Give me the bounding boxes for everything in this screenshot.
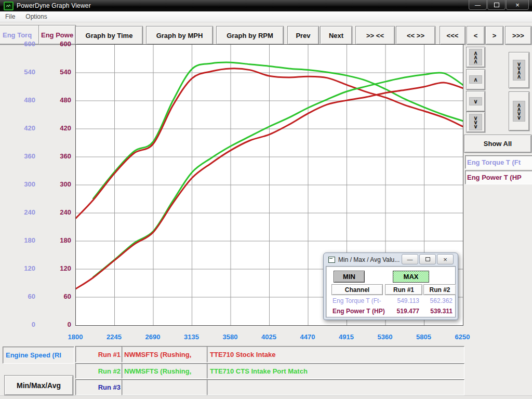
maximize-icon <box>494 3 499 7</box>
rpm-tick-label: 1800 <box>60 333 91 341</box>
collapse-vertical-button[interactable]: ∨∨∧∧ <box>509 52 529 88</box>
minimize-button[interactable]: — <box>469 0 487 10</box>
graph-by-mph-button[interactable]: Graph by MPH <box>146 26 213 45</box>
curve-run-2-eng-power-hp- <box>94 73 463 277</box>
close-button[interactable]: × <box>506 0 529 10</box>
run1-file[interactable]: NWMSFTS (Rushing, <box>122 346 208 363</box>
torque-channel-button[interactable]: Eng Torque T (Ft <box>465 155 532 169</box>
rpm-tick-label: 2690 <box>137 333 168 341</box>
scroll-down-fast-icon: ∨∨∨ <box>469 114 482 130</box>
status-bar <box>0 395 532 399</box>
power-tick-label: 420 <box>46 124 71 132</box>
torque-tick-label: 360 <box>10 152 35 161</box>
dialog-body: MIN MAX Channel Run #1 Run #2 Eng Torque… <box>326 266 456 317</box>
run3-file[interactable] <box>122 379 208 395</box>
window-title: PowerDyne Graph Viewer <box>17 2 91 9</box>
dialog-title-bar[interactable]: Min / Max / Avg Valu... — × <box>324 253 458 266</box>
power-row-channel: Eng Power T (HP) <box>332 308 385 315</box>
torque-tick-label: 0 <box>10 321 35 329</box>
run3-label[interactable]: Run #3 <box>75 379 124 395</box>
torque-row-run1-max: 549.113 <box>385 297 419 304</box>
menu-bar: File Options <box>0 11 532 22</box>
run2-label[interactable]: Run #2 <box>75 363 124 379</box>
power-row-run1-max: 519.477 <box>385 308 419 315</box>
scroll-up-fast-button[interactable]: ∧∧∧ <box>466 47 485 68</box>
power-tick-label: 180 <box>46 236 71 245</box>
run1-column-header[interactable]: Run #1 <box>385 284 422 295</box>
torque-tick-label: 480 <box>10 96 35 104</box>
power-channel-button[interactable]: Eng Power T (HP <box>465 170 532 184</box>
scroll-right-fast-button[interactable]: >>> <box>505 26 531 45</box>
powerdyne-window: PowerDyne Graph Viewer — × File Options … <box>0 0 532 399</box>
rpm-tick-label: 4915 <box>331 333 362 341</box>
dialog-minimize-button[interactable]: — <box>402 254 418 264</box>
dialog-close-button[interactable]: × <box>437 254 454 264</box>
dialog-maximize-button[interactable] <box>419 254 436 264</box>
app-icon <box>4 2 14 10</box>
expand-vertical-button[interactable]: ∧∧∨∨ <box>509 91 529 131</box>
power-tick-label: 240 <box>46 208 71 217</box>
torque-tick-label: 300 <box>10 180 35 189</box>
dialog-icon <box>328 257 335 263</box>
min-max-avg-button[interactable]: Min/Max/Avg <box>4 375 73 395</box>
dialog-title: Min / Max / Avg Valu... <box>338 256 400 263</box>
run2-column-header[interactable]: Run #2 <box>423 284 456 295</box>
graph-by-time-button[interactable]: Graph by Time <box>75 26 143 45</box>
torque-tick-label: 420 <box>10 124 35 132</box>
title-bar[interactable]: PowerDyne Graph Viewer — × <box>0 0 532 11</box>
scroll-up-icon: ∧ <box>469 75 482 84</box>
run1-description[interactable]: TTE710 Stock Intake <box>207 346 464 363</box>
torque-tick-label: 600 <box>10 40 35 48</box>
power-tick-label: 60 <box>46 292 71 301</box>
torque-tick-label: 240 <box>10 208 35 217</box>
zoom-in-button[interactable]: >> << <box>355 26 395 45</box>
channel-column-header[interactable]: Channel <box>331 284 383 295</box>
rpm-tick-label: 2245 <box>99 333 130 341</box>
scroll-up-fast-icon: ∧∧∧ <box>469 49 482 65</box>
rpm-tick-label: 5805 <box>408 333 440 341</box>
run3-description[interactable] <box>207 379 464 395</box>
prev-button[interactable]: Prev <box>287 26 319 45</box>
rpm-tick-label: 6250 <box>447 333 478 341</box>
rpm-tick-label: 5360 <box>369 333 401 341</box>
engine-speed-button[interactable]: Engine Speed (RI <box>3 347 74 364</box>
scroll-left-fast-button[interactable]: <<< <box>440 26 466 45</box>
rpm-tick-label: 3580 <box>215 333 246 341</box>
scroll-down-button[interactable]: ∨ <box>466 91 485 112</box>
scroll-down-icon: ∨ <box>469 97 482 105</box>
scroll-left-button[interactable]: < <box>467 26 485 45</box>
min-max-avg-dialog: Min / Max / Avg Valu... — × MIN MAX Chan… <box>323 252 458 320</box>
collapse-vertical-icon: ∨∨∧∧ <box>513 60 525 81</box>
run1-label[interactable]: Run #1 <box>75 346 124 363</box>
rpm-tick-label: 4025 <box>254 333 285 341</box>
dialog-maximize-icon <box>425 257 430 261</box>
run2-description[interactable]: TTE710 CTS Intake Port Match <box>207 363 464 379</box>
expand-vertical-icon: ∧∧∨∨ <box>513 101 525 122</box>
graph-by-rpm-button[interactable]: Graph by RPM <box>216 26 284 45</box>
menu-file[interactable]: File <box>0 13 20 20</box>
power-tick-label: 120 <box>46 264 71 273</box>
max-toggle-button[interactable]: MAX <box>393 271 429 283</box>
rpm-tick-label: 4470 <box>292 333 323 341</box>
rpm-tick-label: 3135 <box>176 333 207 341</box>
torque-tick-label: 60 <box>10 292 35 301</box>
zoom-out-button[interactable]: << >> <box>396 26 435 45</box>
torque-row-run2-max: 562.362 <box>421 297 453 304</box>
menu-options[interactable]: Options <box>20 13 52 20</box>
run2-file[interactable]: NWMSFTS (Rushing, <box>122 363 208 379</box>
show-all-button[interactable]: Show All <box>464 135 531 153</box>
min-toggle-button[interactable]: MIN <box>334 271 365 283</box>
scroll-right-button[interactable]: > <box>485 26 503 45</box>
power-row-run2-max: 539.311 <box>421 308 453 315</box>
torque-row-channel: Eng Torque T (Ft- <box>332 297 381 304</box>
next-button[interactable]: Next <box>320 26 352 45</box>
scroll-up-button[interactable]: ∧ <box>466 69 485 90</box>
power-tick-label: 600 <box>46 40 71 48</box>
scroll-down-fast-button[interactable]: ∨∨∨ <box>466 112 485 132</box>
power-tick-label: 540 <box>46 68 71 76</box>
power-tick-label: 300 <box>46 180 71 189</box>
torque-tick-label: 540 <box>10 68 35 76</box>
power-tick-label: 0 <box>46 321 71 329</box>
torque-tick-label: 180 <box>10 236 35 245</box>
maximize-button[interactable] <box>487 0 506 10</box>
